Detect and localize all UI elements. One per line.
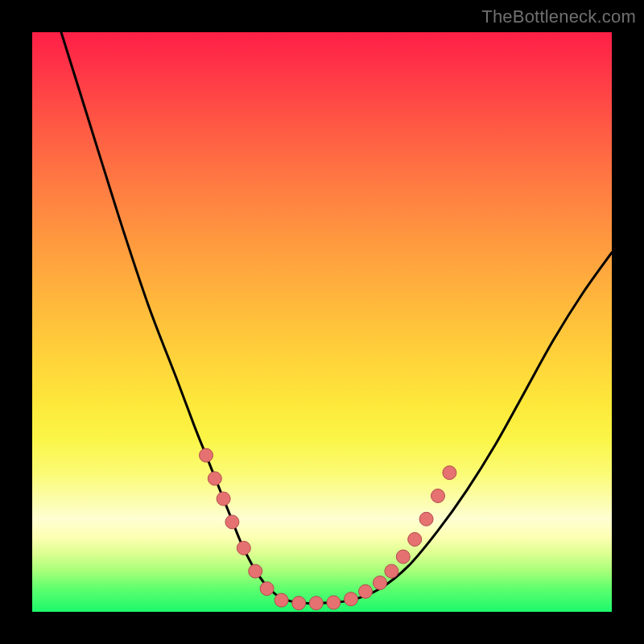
data-marker — [345, 592, 358, 606]
curve-layer — [61, 32, 612, 604]
data-marker — [374, 576, 387, 590]
data-marker — [225, 515, 239, 529]
data-marker — [359, 584, 373, 598]
data-marker — [217, 492, 230, 506]
data-marker — [260, 582, 274, 596]
data-marker — [385, 564, 398, 578]
data-marker — [396, 550, 410, 564]
data-marker — [208, 472, 221, 485]
data-marker — [309, 597, 323, 610]
data-marker — [237, 541, 250, 555]
data-marker — [249, 564, 262, 578]
data-marker — [419, 512, 433, 526]
chart-frame: TheBottleneck.com — [0, 0, 644, 644]
data-marker — [327, 596, 341, 609]
data-marker — [443, 466, 456, 480]
watermark-text: TheBottleneck.com — [481, 6, 636, 27]
plot-area — [32, 32, 612, 612]
marker-layer — [200, 448, 456, 610]
data-marker — [292, 597, 306, 610]
data-marker — [275, 593, 288, 607]
chart-svg — [32, 32, 612, 612]
data-marker — [431, 489, 445, 503]
data-marker — [408, 533, 422, 547]
data-marker — [200, 448, 213, 462]
bottleneck-curve — [61, 32, 612, 604]
